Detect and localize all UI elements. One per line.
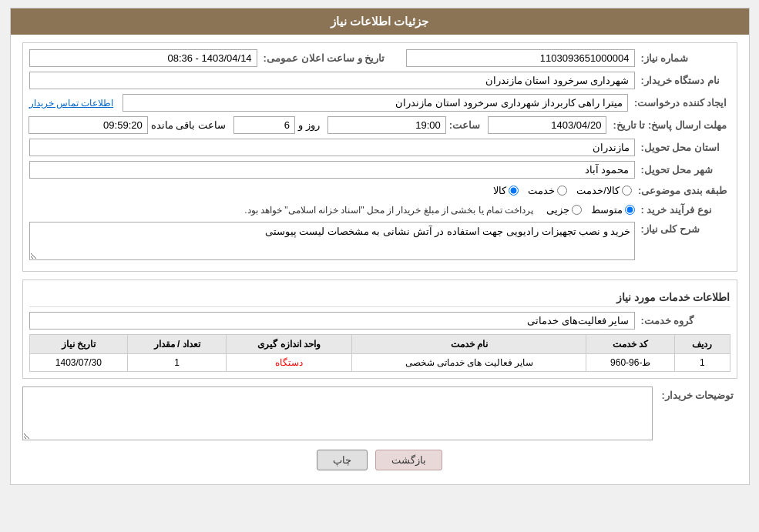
services-section-title: اطلاعات خدمات مورد نیاز — [29, 286, 730, 307]
row-need-number-date: شماره نیاز: 1103093651000004 تاریخ و ساع… — [29, 49, 730, 67]
cell-row-num: 1 — [675, 354, 730, 372]
category-kala[interactable]: کالا — [493, 185, 519, 196]
process-label: نوع فرآیند خرید : — [638, 202, 730, 217]
print-button[interactable]: چاپ — [317, 450, 368, 470]
services-section: اطلاعات خدمات مورد نیاز گروه خدمت: سایر … — [22, 279, 737, 379]
row-buyer-org: نام دستگاه خریدار: شهرداری سرخرود استان … — [29, 72, 730, 89]
row-deadline: مهلت ارسال پاسخ: تا تاریخ: 1403/04/20 سا… — [29, 116, 730, 134]
row-category: طبقه بندی موضوعی: کالا/خدمت خدمت کالا — [29, 183, 730, 198]
row-creator: ایجاد کننده درخواست: میترا راهی کاربرداز… — [29, 94, 730, 112]
buyer-org-value: شهرداری سرخرود استان مازندران — [29, 72, 635, 89]
buyer-notes-label: توضیحات خریدار: — [659, 386, 737, 403]
buyer-org-label: نام دستگاه خریدار: — [638, 73, 730, 88]
deadline-days-label: روز و — [298, 119, 320, 131]
row-process: نوع فرآیند خرید : متوسط جزیی پرداخت تمام… — [29, 202, 730, 217]
contact-link[interactable]: اطلاعات تماس خریدار — [29, 98, 114, 109]
deadline-remaining-label: ساعت باقی مانده — [151, 119, 226, 131]
process-motavaset-radio[interactable] — [625, 205, 635, 215]
category-radio-group: کالا/خدمت خدمت کالا — [493, 185, 632, 196]
deadline-time: 19:00 — [327, 116, 446, 134]
col-unit: واحد اندازه گیری — [226, 335, 352, 354]
city-label: شهر محل تحویل: — [638, 162, 730, 177]
page-container: جزئیات اطلاعات نیاز شماره نیاز: 11030936… — [10, 8, 750, 485]
deadline-days: 6 — [233, 116, 295, 134]
creator-value: میترا راهی کاربرداز شهرداری سرخرود استان… — [123, 94, 628, 112]
buttons-row: بازگشت چاپ — [22, 440, 737, 477]
city-value: محمود آباد — [29, 161, 635, 179]
col-date: تاریخ نیاز — [29, 335, 128, 354]
date-label: تاریخ و ساعت اعلان عمومی: — [260, 51, 388, 65]
category-kala-khedmat-label: کالا/خدمت — [576, 185, 620, 196]
cell-quantity: 1 — [128, 354, 227, 372]
category-kala-radio[interactable] — [509, 186, 519, 196]
page-header: جزئیات اطلاعات نیاز — [11, 8, 749, 35]
category-khedmat[interactable]: خدمت — [528, 185, 567, 196]
cell-unit: دستگاه — [226, 354, 352, 372]
creator-label: ایجاد کننده درخواست: — [631, 95, 730, 110]
buyer-notes-section: توضیحات خریدار: — [22, 386, 737, 440]
province-value: مازندران — [29, 139, 635, 156]
deadline-time-label: ساعت: — [449, 119, 480, 131]
col-row-num: ردیف — [675, 335, 730, 354]
back-button[interactable]: بازگشت — [375, 450, 442, 470]
table-row: 1 ط-96-960 سایر فعالیت های خدماتی شخصی د… — [29, 354, 730, 372]
col-service-code: کد خدمت — [586, 335, 675, 354]
process-jozi[interactable]: جزیی — [546, 204, 582, 216]
category-kala-khedmat-radio[interactable] — [622, 186, 632, 196]
col-quantity: تعداد / مقدار — [128, 335, 227, 354]
service-group-value: سایر فعالیت‌های خدماتی — [29, 312, 635, 330]
payment-note: پرداخت تمام یا بخشی از مبلغ خریدار از مح… — [29, 205, 534, 216]
buyer-notes-textarea[interactable] — [22, 386, 653, 440]
row-service-group: گروه خدمت: سایر فعالیت‌های خدماتی — [29, 312, 730, 330]
cell-date: 1403/07/30 — [29, 354, 128, 372]
main-form-section: شماره نیاز: 1103093651000004 تاریخ و ساع… — [22, 42, 737, 272]
description-textarea[interactable]: خرید و نصب تجهیزات رادیویی جهت استفاده د… — [29, 222, 635, 260]
category-kala-label: کالا — [493, 185, 506, 196]
process-jozi-radio[interactable] — [572, 205, 582, 215]
date-value: 1403/04/14 - 08:36 — [29, 49, 257, 67]
content-area: شماره نیاز: 1103093651000004 تاریخ و ساع… — [11, 35, 749, 484]
category-label: طبقه بندی موضوعی: — [635, 183, 730, 198]
category-khedmat-label: خدمت — [528, 185, 555, 196]
deadline-date: 1403/04/20 — [488, 116, 606, 134]
province-label: استان محل تحویل: — [638, 140, 730, 155]
cell-service-name: سایر فعالیت های خدماتی شخصی — [352, 354, 586, 372]
page-title: جزئیات اطلاعات نیاز — [331, 15, 428, 28]
need-number-value: 1103093651000004 — [406, 49, 634, 67]
services-table: ردیف کد خدمت نام خدمت واحد اندازه گیری ت… — [29, 334, 730, 372]
cell-service-code: ط-96-960 — [586, 354, 675, 372]
row-description: شرح کلی نیاز: خرید و نصب تجهیزات رادیویی… — [29, 222, 730, 260]
need-number-label: شماره نیاز: — [638, 51, 730, 65]
service-group-label: گروه خدمت: — [638, 313, 730, 328]
category-kala-khedmat[interactable]: کالا/خدمت — [576, 185, 632, 196]
category-khedmat-radio[interactable] — [557, 186, 567, 196]
deadline-remaining: 09:59:20 — [29, 116, 147, 134]
process-motavaset[interactable]: متوسط — [591, 204, 635, 216]
process-radio-group: متوسط جزیی — [546, 204, 635, 216]
col-service-name: نام خدمت — [352, 335, 586, 354]
row-province: استان محل تحویل: مازندران — [29, 139, 730, 156]
row-city: شهر محل تحویل: محمود آباد — [29, 161, 730, 179]
description-label: شرح کلی نیاز: — [638, 222, 730, 236]
process-motavaset-label: متوسط — [591, 204, 623, 216]
deadline-label: مهلت ارسال پاسخ: تا تاریخ: — [610, 118, 730, 132]
process-jozi-label: جزیی — [546, 204, 569, 216]
